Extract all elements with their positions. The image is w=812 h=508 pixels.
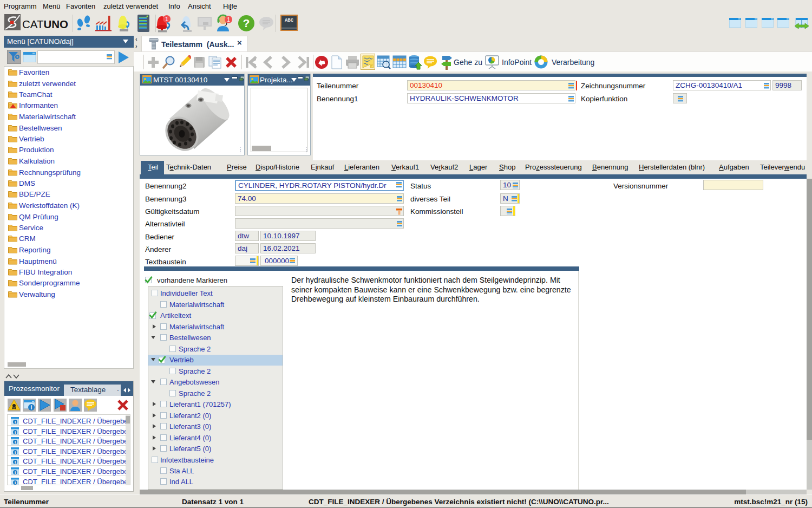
svg-text:1: 1 bbox=[165, 16, 168, 22]
svg-text:ABC: ABC bbox=[285, 18, 294, 23]
svg-text:i: i bbox=[15, 460, 16, 465]
svg-text:1: 1 bbox=[227, 16, 230, 23]
svg-text:i: i bbox=[15, 430, 16, 435]
svg-text:i: i bbox=[15, 480, 16, 485]
svg-text:?: ? bbox=[243, 17, 250, 29]
svg-text:i: i bbox=[15, 470, 16, 475]
svg-text:i: i bbox=[15, 440, 16, 445]
svg-text:i: i bbox=[15, 450, 16, 455]
svg-text:i: i bbox=[15, 420, 16, 425]
svg-text:i: i bbox=[31, 405, 32, 411]
